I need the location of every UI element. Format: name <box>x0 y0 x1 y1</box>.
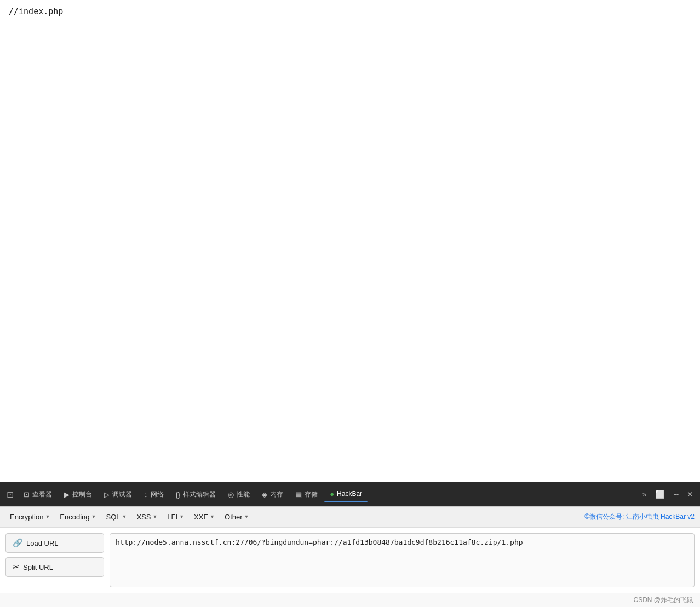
tab-network[interactable]: ↕ 网络 <box>139 487 169 502</box>
devtools-inspect-icon[interactable]: ⊡ <box>3 487 17 502</box>
lfi-dropdown-arrow: ▼ <box>179 514 184 519</box>
debugger-icon: ▷ <box>104 490 110 499</box>
storage-icon: ▤ <box>295 490 302 499</box>
console-icon: ▶ <box>64 490 70 499</box>
hackbar-url-area <box>110 533 695 587</box>
tab-memory[interactable]: ◈ 内存 <box>256 487 289 502</box>
close-devtools-icon[interactable]: ✕ <box>684 488 697 501</box>
hackbar-toolbar: Encryption ▼ Encoding ▼ SQL ▼ XSS ▼ LFI … <box>0 506 700 527</box>
hackbar-brand: ©微信公众号: 江南小虫虫 HackBar v2 <box>584 512 695 522</box>
lfi-menu[interactable]: LFI ▼ <box>163 511 188 523</box>
sql-dropdown-arrow: ▼ <box>122 514 127 519</box>
split-url-button[interactable]: ✂ Split URL <box>5 557 104 577</box>
tab-performance[interactable]: ◎ 性能 <box>222 487 255 502</box>
network-icon: ↕ <box>144 490 148 499</box>
hackbar-buttons: 🔗 Load URL ✂ Split URL <box>5 533 104 587</box>
main-content: //index.php <box>0 0 700 482</box>
encryption-dropdown-arrow: ▼ <box>45 514 50 519</box>
tab-inspector[interactable]: ⊡ 查看器 <box>18 487 58 502</box>
other-dropdown-arrow: ▼ <box>244 514 249 519</box>
performance-icon: ◎ <box>228 490 234 499</box>
page-text: //index.php <box>9 7 691 16</box>
tab-hackbar[interactable]: ● HackBar <box>324 487 368 502</box>
xxe-dropdown-arrow: ▼ <box>210 514 215 519</box>
watermark: CSDN @炸毛的飞鼠 <box>0 593 700 607</box>
xss-menu[interactable]: XSS ▼ <box>132 511 162 523</box>
load-url-icon: 🔗 <box>13 538 23 548</box>
load-url-button[interactable]: 🔗 Load URL <box>5 533 104 553</box>
encryption-menu[interactable]: Encryption ▼ <box>5 511 54 523</box>
devtools-ellipsis-icon[interactable]: ••• <box>670 489 681 500</box>
memory-icon: ◈ <box>262 490 267 499</box>
style-icon: {} <box>176 490 181 499</box>
tab-console[interactable]: ▶ 控制台 <box>59 487 97 502</box>
tab-style-editor[interactable]: {} 样式编辑器 <box>170 487 222 502</box>
tab-debugger[interactable]: ▷ 调试器 <box>99 487 137 502</box>
encoding-menu[interactable]: Encoding ▼ <box>55 511 100 523</box>
other-menu[interactable]: Other ▼ <box>220 511 253 523</box>
more-tabs-icon[interactable]: » <box>639 488 650 501</box>
hackbar-panel: 🔗 Load URL ✂ Split URL <box>0 527 700 593</box>
hackbar-icon: ● <box>330 490 334 498</box>
hackbar-url-input[interactable] <box>110 533 695 587</box>
xxe-menu[interactable]: XXE ▼ <box>190 511 219 523</box>
tab-storage[interactable]: ▤ 存储 <box>290 487 323 502</box>
sql-menu[interactable]: SQL ▼ <box>101 511 131 523</box>
expand-devtools-icon[interactable]: ⬜ <box>652 488 668 501</box>
devtools-tabbar: ⊡ ⊡ 查看器 ▶ 控制台 ▷ 调试器 ↕ 网络 {} 样式编辑器 ◎ 性能 ◈… <box>0 482 700 506</box>
split-url-icon: ✂ <box>13 562 20 572</box>
encoding-dropdown-arrow: ▼ <box>91 514 96 519</box>
xss-dropdown-arrow: ▼ <box>152 514 157 519</box>
inspector-icon: ⊡ <box>24 490 30 499</box>
